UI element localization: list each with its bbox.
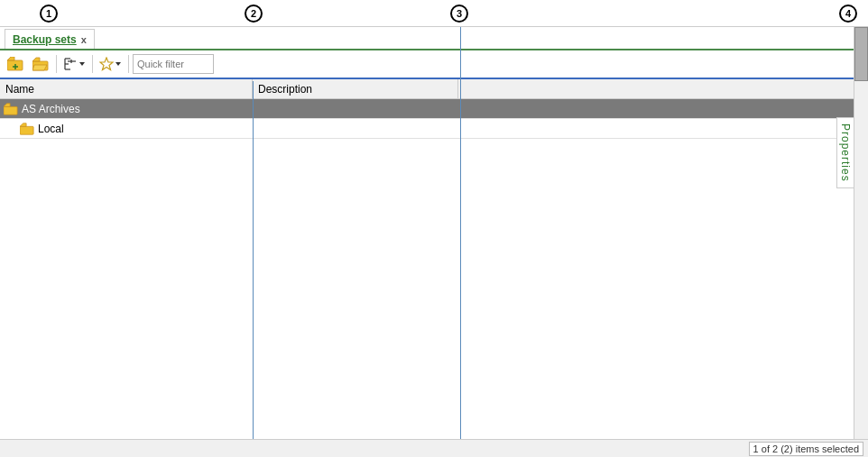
column-headers: Name Description — [0, 79, 868, 99]
folder-icon — [20, 123, 34, 135]
new-folder-icon — [7, 57, 23, 71]
status-bar: 1 of 2 (2) items selected — [0, 439, 868, 457]
open-folder-button[interactable] — [29, 53, 52, 75]
open-folder-icon — [32, 57, 49, 71]
favorites-button[interactable] — [97, 53, 125, 75]
toolbar-separator-1 — [56, 55, 57, 73]
quick-filter-input[interactable] — [133, 54, 214, 74]
scrollbar[interactable] — [854, 27, 868, 439]
svg-rect-13 — [4, 106, 17, 114]
status-text: 1 of 2 (2) items selected — [749, 442, 863, 456]
table-row[interactable]: Local — [0, 119, 868, 139]
row-name: Local — [38, 123, 64, 135]
extra-column-header — [458, 79, 868, 98]
star-icon — [99, 57, 114, 71]
description-cell — [253, 119, 458, 138]
table-row[interactable]: AS Archives — [0, 99, 868, 119]
column-divider-2 — [460, 27, 461, 439]
expand-icon — [63, 57, 78, 71]
properties-tab[interactable]: Properties — [836, 117, 854, 188]
col-number-4: 4 — [839, 5, 857, 23]
col-numbers-bar: 1 2 3 4 — [0, 0, 868, 27]
col-number-3: 3 — [450, 5, 468, 23]
col-number-1: 1 — [40, 5, 58, 23]
column-divider-1 — [253, 81, 254, 439]
tab-bar: Backup sets x — [0, 27, 868, 50]
tab-label: Backup sets — [13, 33, 77, 46]
svg-marker-10 — [79, 62, 85, 66]
dropdown-arrow-icon — [78, 60, 86, 68]
folder-icon — [4, 103, 18, 115]
tab-close-button[interactable]: x — [81, 34, 87, 45]
scrollbar-thumb[interactable] — [854, 27, 868, 81]
favorites-dropdown-icon — [115, 60, 122, 68]
description-column-header[interactable]: Description — [253, 79, 458, 98]
extra-cell — [458, 119, 868, 138]
properties-label: Properties — [839, 123, 852, 182]
extra-cell — [458, 99, 868, 118]
backup-sets-tab[interactable]: Backup sets x — [5, 29, 95, 49]
svg-marker-11 — [100, 58, 113, 70]
column-divider-2b — [460, 147, 461, 154]
name-column-header[interactable]: Name — [0, 79, 253, 98]
name-cell: AS Archives — [0, 99, 253, 118]
main-panel: Backup sets x — [0, 27, 868, 457]
row-name: AS Archives — [22, 103, 80, 115]
svg-rect-14 — [20, 126, 33, 134]
table-body: AS Archives Local — [0, 99, 868, 139]
expand-button[interactable] — [60, 53, 88, 75]
col-number-2: 2 — [245, 5, 263, 23]
toolbar-separator-3 — [128, 55, 129, 73]
description-cell — [253, 99, 458, 118]
toolbar — [0, 50, 868, 79]
new-folder-button[interactable] — [4, 53, 27, 75]
toolbar-separator-2 — [92, 55, 93, 73]
svg-marker-12 — [115, 62, 121, 66]
name-cell: Local — [0, 119, 253, 138]
